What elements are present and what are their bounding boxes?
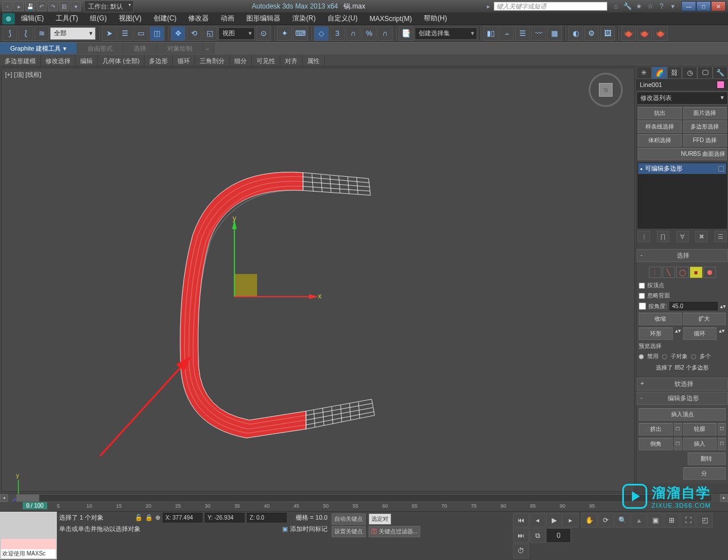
panel-polygons[interactable]: 多边形 xyxy=(144,55,173,66)
keyboard-shortcut-icon[interactable]: ⌨ xyxy=(293,26,308,41)
max-toggle-icon[interactable]: ⛶ xyxy=(680,513,696,528)
help-icon[interactable]: ? xyxy=(656,1,667,11)
add-time-tag[interactable]: 添加时间标记 xyxy=(290,525,328,533)
subobj-edge-icon[interactable]: ╲ xyxy=(663,267,675,278)
maximize-button[interactable]: □ xyxy=(696,1,711,11)
chevron-down-icon[interactable]: ▾ xyxy=(668,1,678,11)
align-icon[interactable]: ⫠ xyxy=(499,26,514,41)
menu-views[interactable]: 视图(V) xyxy=(113,12,147,25)
curve-editor-icon[interactable]: 〰 xyxy=(531,26,546,41)
panel-loops[interactable]: 循环 xyxy=(173,55,195,66)
panel-visibility[interactable]: 可见性 xyxy=(252,55,280,66)
comm-icon[interactable]: ⌂ xyxy=(611,1,621,11)
btn-extrude-poly[interactable]: 挤出 xyxy=(639,423,673,435)
btn-face-select[interactable]: 面片选择 xyxy=(683,107,727,119)
stack-toggle-icon[interactable] xyxy=(718,166,724,172)
infocenter-dropdown-icon[interactable]: ▸ xyxy=(483,3,494,10)
zoom-all-icon[interactable]: ⊞ xyxy=(664,513,680,528)
qat-redo-icon[interactable]: ↷ xyxy=(48,1,58,11)
spinner-snap-icon[interactable]: % xyxy=(362,26,377,41)
angle-snap-icon[interactable]: 3 xyxy=(330,26,345,41)
tab-modify-icon[interactable]: 🌈 xyxy=(652,67,667,79)
goto-end-icon[interactable]: ⏭ xyxy=(513,528,529,543)
tab-utilities-icon[interactable]: 🔧 xyxy=(713,67,728,79)
btn-shrink[interactable]: 收缩 xyxy=(639,313,682,325)
named-selection-dropdown[interactable]: 创建选择集 xyxy=(415,27,477,40)
show-end-icon[interactable]: ∏ xyxy=(657,231,669,242)
chk-by-vertex[interactable]: 按顶点 xyxy=(639,280,726,291)
modifier-stack[interactable]: ▪ 可编辑多边形 xyxy=(638,163,727,229)
qat-more-icon[interactable]: ▾ xyxy=(71,1,81,11)
frame-indicator[interactable]: 0 / 100 xyxy=(23,502,47,509)
btn-bevel-settings[interactable]: □ xyxy=(674,438,682,450)
mirror-icon[interactable]: ▮▯ xyxy=(483,26,498,41)
selection-filter-dropdown[interactable]: 全部 xyxy=(50,27,96,40)
stack-item-editable-poly[interactable]: ▪ 可编辑多边形 xyxy=(638,163,726,174)
minimize-button[interactable]: — xyxy=(681,1,696,11)
rollout-selection-header[interactable]: -选择 xyxy=(636,249,728,262)
btn-inset-settings[interactable]: □ xyxy=(718,438,726,450)
subobj-vertex-icon[interactable]: ⋮ xyxy=(649,267,661,278)
named-selection-icon[interactable]: 📑 xyxy=(399,26,413,41)
select-object-icon[interactable]: ➤ xyxy=(102,26,117,41)
select-link-icon[interactable]: ⟆ xyxy=(2,26,17,41)
key-filters-button[interactable]: ⚿ 关键点过滤器... xyxy=(369,526,420,537)
tab-create-icon[interactable]: ✳ xyxy=(636,67,652,79)
ribbon-expand-icon[interactable]: ⌄ xyxy=(203,43,214,54)
pin-stack-icon[interactable]: ⟊ xyxy=(638,231,650,242)
tab-graphite[interactable]: Graphite 建模工具▾ xyxy=(0,43,77,54)
btn-outline[interactable]: 轮廓 xyxy=(683,423,717,435)
btn-flip[interactable]: 翻转 xyxy=(688,453,726,465)
chk-by-angle[interactable]: 按角度:45.0▴▾ xyxy=(639,301,726,312)
time-config-icon[interactable]: ⏱ xyxy=(513,544,529,558)
zoom-extents-icon[interactable]: ▣ xyxy=(647,513,663,528)
gizmo-plane[interactable] xyxy=(234,274,257,297)
object-color-swatch[interactable] xyxy=(717,81,725,89)
move-icon[interactable]: ✥ xyxy=(171,26,185,41)
panel-poly-model[interactable]: 多边形建模 xyxy=(0,55,41,66)
time-slider-scroll[interactable]: ◂ ▸ xyxy=(0,493,728,502)
menu-modifiers[interactable]: 修改器 xyxy=(183,12,214,25)
btn-poly-select[interactable]: 多边形选择 xyxy=(683,121,727,133)
menu-maxscript[interactable]: MAXScript(M) xyxy=(364,13,418,24)
expand-icon[interactable]: ▪ xyxy=(640,165,643,172)
rollout-edit-poly-header[interactable]: -编辑多边形 xyxy=(636,392,728,405)
render-production-icon[interactable]: 🫖 xyxy=(621,26,636,41)
workspace-dropdown[interactable]: 工作台: 默认 xyxy=(84,1,134,13)
qat-link-icon[interactable]: ⛓ xyxy=(59,1,69,11)
region-zoom-icon[interactable]: ◰ xyxy=(697,513,713,528)
tab-display-icon[interactable]: 🖵 xyxy=(697,67,713,79)
btn-bevel[interactable]: 倒角 xyxy=(639,438,673,450)
modifier-list-dropdown[interactable]: 修改器列表 xyxy=(636,92,728,105)
menu-help[interactable]: 帮助(H) xyxy=(418,12,453,25)
btn-extrude[interactable]: 抗出 xyxy=(638,107,682,119)
remove-mod-icon[interactable]: ✖ xyxy=(695,231,708,242)
setkey-button[interactable]: 设置关键点 xyxy=(332,526,366,537)
menu-animation[interactable]: 动画 xyxy=(215,12,240,25)
time-tag-icon[interactable]: ▣ xyxy=(282,525,288,533)
radio-multi[interactable] xyxy=(691,354,696,359)
subobj-border-icon[interactable]: ◯ xyxy=(676,267,689,278)
panel-geom-all[interactable]: 几何体 (全部) xyxy=(98,55,144,66)
menu-group[interactable]: 组(G) xyxy=(84,12,112,25)
rotate-icon[interactable]: ⟲ xyxy=(187,26,201,41)
btn-more[interactable]: 分 xyxy=(683,467,726,480)
panel-tris[interactable]: 三角剖分 xyxy=(195,55,230,66)
maxscript-listener[interactable]: 欢迎使用 MAXSc xyxy=(0,512,57,559)
render-last-icon[interactable]: 🫖 xyxy=(653,26,668,41)
menu-tools[interactable]: 工具(T) xyxy=(50,12,84,25)
app-menu-button[interactable]: ⊚ xyxy=(2,13,15,24)
current-frame-field[interactable]: 0 xyxy=(546,528,571,543)
material-editor-icon[interactable]: ◐ xyxy=(568,26,583,41)
tab-selection[interactable]: 选择 xyxy=(123,43,157,54)
bind-space-warp-icon[interactable]: ≋ xyxy=(34,26,49,41)
btn-ffd-select[interactable]: FFD 选择 xyxy=(683,134,727,147)
star-icon[interactable]: ★ xyxy=(634,1,644,11)
search-input[interactable]: 键入关键字或短语 xyxy=(494,2,607,11)
btn-spline-select[interactable]: 样条线选择 xyxy=(638,121,682,133)
configure-sets-icon[interactable]: ☰ xyxy=(714,231,727,242)
qat-save-icon[interactable]: 💾 xyxy=(25,1,35,11)
panel-align[interactable]: 对齐 xyxy=(280,55,303,66)
menu-rendering[interactable]: 渲染(R) xyxy=(287,12,321,25)
qat-undo-icon[interactable]: ↶ xyxy=(36,1,47,11)
